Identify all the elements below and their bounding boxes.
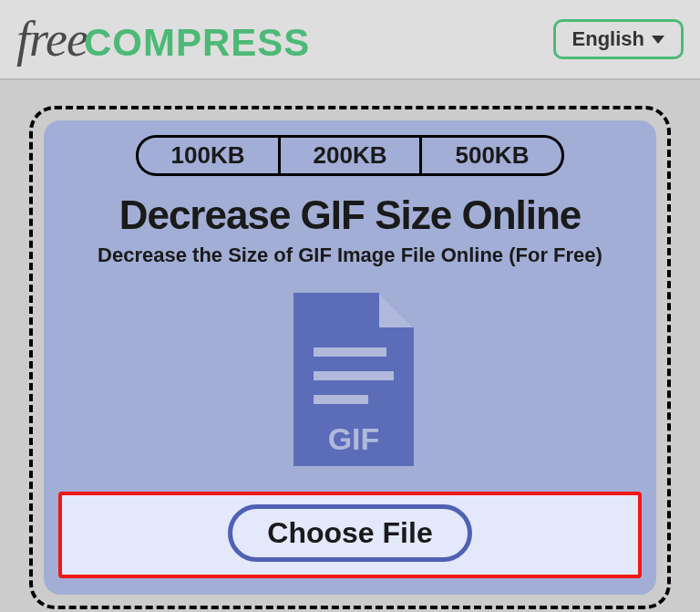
chevron-down-icon — [652, 36, 664, 44]
svg-rect-2 — [314, 395, 368, 404]
logo-free: free — [16, 11, 88, 67]
logo[interactable]: free COMPRESS — [16, 11, 310, 67]
header: free COMPRESS English — [0, 0, 700, 80]
logo-compress: COMPRESS — [84, 21, 310, 65]
size-tab-500kb[interactable]: 500KB — [422, 135, 564, 176]
inner-panel: 100KB 200KB 500KB Decrease GIF Size Onli… — [44, 120, 656, 595]
language-label: English — [572, 27, 644, 51]
choose-file-highlight: Choose File — [58, 492, 642, 578]
dropzone[interactable]: 100KB 200KB 500KB Decrease GIF Size Onli… — [29, 106, 671, 609]
size-tabs: 100KB 200KB 500KB — [136, 135, 565, 176]
gif-file-icon: GIF — [286, 293, 414, 466]
svg-rect-1 — [314, 371, 394, 380]
size-tab-100kb[interactable]: 100KB — [136, 135, 278, 176]
svg-rect-0 — [314, 347, 386, 357]
choose-file-button[interactable]: Choose File — [228, 504, 471, 562]
page-subtitle: Decrease the Size of GIF Image File Onli… — [98, 244, 602, 267]
file-type-label: GIF — [328, 421, 380, 456]
page-title: Decrease GIF Size Online — [119, 192, 582, 238]
language-selector[interactable]: English — [553, 19, 684, 59]
size-tab-200kb[interactable]: 200KB — [278, 135, 423, 176]
content: 100KB 200KB 500KB Decrease GIF Size Onli… — [0, 80, 700, 609]
